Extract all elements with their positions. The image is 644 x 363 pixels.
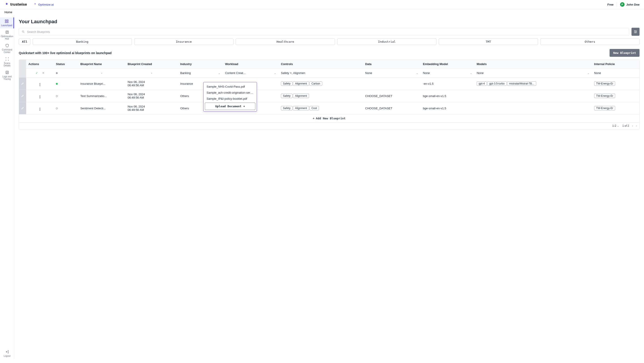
quickstart-title: Quickstart with 100+ live optimized ai b… bbox=[19, 51, 112, 55]
svg-point-8 bbox=[636, 31, 636, 32]
dropdown-item[interactable]: Sample_IP&I-policy-booklet.pdf bbox=[205, 96, 255, 102]
embedding-cell[interactable]: None⌄ bbox=[420, 69, 474, 77]
industry-cell[interactable]: Banking⌄ bbox=[178, 69, 223, 77]
workload-cell[interactable]: Content Creat...⌄ bbox=[223, 69, 278, 77]
sidebar-item-command-center[interactable]: Command Center bbox=[0, 42, 14, 55]
tab-industrial[interactable]: Industrial bbox=[337, 38, 436, 45]
col-policies: Internal Policie bbox=[592, 60, 639, 69]
controls-cell: SafetyAlignmentCarbon bbox=[278, 77, 363, 90]
row-handle[interactable] bbox=[19, 102, 26, 114]
upload-document-button[interactable]: Upload Document + bbox=[205, 103, 255, 110]
confirm-icon[interactable]: ✓ bbox=[36, 71, 38, 75]
tab-insurance[interactable]: Insurance bbox=[134, 38, 234, 45]
page-title: Your Launchpad bbox=[19, 19, 640, 24]
svg-point-6 bbox=[22, 31, 24, 32]
tab-tmt[interactable]: TMT bbox=[439, 38, 538, 45]
actions-cell[interactable] bbox=[26, 102, 54, 114]
page-next-button[interactable]: › bbox=[636, 124, 637, 127]
plan-badge: Free bbox=[607, 3, 613, 6]
row-handle[interactable] bbox=[19, 90, 26, 102]
sidebar-item-label: Optimization Hub bbox=[1, 35, 14, 40]
policies-cell[interactable]: None bbox=[592, 69, 639, 77]
svg-rect-2 bbox=[5, 22, 6, 23]
data-cell[interactable]: None⌄ bbox=[363, 69, 420, 77]
status-cell bbox=[54, 102, 78, 114]
table-row: Insurance Bluepri... Nov 06, 202406:49:5… bbox=[19, 77, 639, 90]
col-industry: Industry bbox=[178, 60, 223, 69]
embedding-cell: bge-small-en-v1.5 bbox=[420, 90, 474, 102]
name-cell: - bbox=[78, 69, 126, 77]
scan-icon bbox=[5, 57, 9, 61]
optimize-label: Optimize:ai bbox=[38, 3, 54, 6]
sliders-icon bbox=[634, 30, 638, 34]
main-content: Your Launchpad All Banking Insurance Hea… bbox=[14, 15, 644, 359]
col-status: Status bbox=[54, 60, 78, 69]
table-scroll[interactable]: Actions Status Blueprint Name Blueprint … bbox=[19, 60, 639, 122]
embedding-cell: -en-v1.5 bbox=[420, 77, 474, 90]
page-range[interactable]: 1-2 ⌄ bbox=[612, 124, 619, 127]
status-ring bbox=[56, 107, 58, 109]
sidebar-item-launchpad[interactable]: Launchpad bbox=[0, 17, 14, 28]
shield-icon bbox=[5, 43, 9, 48]
tab-banking[interactable]: Banking bbox=[33, 38, 132, 45]
tab-all[interactable]: All bbox=[19, 38, 30, 45]
models-cell bbox=[474, 90, 592, 102]
table-row: Text Summarizatio... Nov 06, 202406:49:5… bbox=[19, 90, 639, 102]
col-workload: Workload bbox=[223, 60, 278, 69]
actions-cell: ✓ ✕ bbox=[26, 69, 54, 77]
policies-cell: TW-Energy-Er bbox=[592, 102, 639, 114]
created-cell: Nov 06, 202406:49:56 AM bbox=[126, 102, 178, 114]
svg-rect-3 bbox=[7, 22, 8, 23]
sidebar-item-logs-tracing[interactable]: Logs and Tracing bbox=[0, 69, 14, 82]
blueprints-table: Actions Status Blueprint Name Blueprint … bbox=[19, 60, 639, 122]
models-cell[interactable]: None⌄ bbox=[474, 69, 592, 77]
search-box[interactable] bbox=[19, 28, 629, 35]
tab-others[interactable]: Others bbox=[540, 38, 640, 45]
pencil-icon bbox=[21, 94, 24, 97]
brand-logo[interactable]: trustwise bbox=[4, 2, 27, 7]
row-handle bbox=[19, 69, 26, 77]
add-blueprint-row[interactable]: +Add New Blueprint bbox=[19, 114, 639, 122]
chevron-down-icon: ⌄ bbox=[587, 71, 590, 75]
dropdown-item[interactable]: Sample_ach-credit-origination-services.p… bbox=[205, 90, 255, 96]
more-icon bbox=[40, 95, 40, 98]
dropdown-item[interactable]: Sample_NHS-Covid-Pass.pdf bbox=[205, 84, 255, 90]
topbar: trustwise Optimize:ai Free P John Doe bbox=[0, 0, 644, 9]
status-ring bbox=[56, 95, 58, 97]
controls-cell[interactable]: Safety ×, Alignmen bbox=[278, 69, 363, 77]
models-cell bbox=[474, 102, 592, 114]
user-menu[interactable]: P John Doe bbox=[620, 2, 640, 7]
tab-healthcare[interactable]: Healthcare bbox=[236, 38, 335, 45]
name-cell: Text Summarizatio... bbox=[78, 90, 126, 102]
cancel-icon[interactable]: ✕ bbox=[42, 71, 44, 75]
col-created: Blueprint Created bbox=[126, 60, 178, 69]
data-cell bbox=[363, 77, 420, 90]
search-input[interactable] bbox=[27, 30, 626, 33]
logs-icon bbox=[5, 70, 9, 74]
col-actions: Actions bbox=[26, 60, 54, 69]
brand-name: trustwise bbox=[10, 2, 27, 7]
sidebar-item-optimization-hub[interactable]: Optimization Hub bbox=[0, 28, 14, 42]
new-blueprint-button[interactable]: New Blueprint bbox=[610, 49, 640, 57]
category-tabs: All Banking Insurance Healthcare Industr… bbox=[19, 38, 640, 45]
topbar-left: trustwise Optimize:ai bbox=[4, 2, 54, 7]
actions-cell[interactable] bbox=[26, 77, 54, 90]
breadcrumb-home[interactable]: Home bbox=[4, 10, 12, 14]
chevron-down-icon: ⌄ bbox=[416, 71, 418, 75]
trustwise-logo-icon bbox=[4, 2, 9, 7]
sidebar-item-label: Launchpad bbox=[1, 24, 12, 26]
svg-point-9 bbox=[635, 32, 636, 33]
actions-cell[interactable] bbox=[26, 90, 54, 102]
sidebar-item-logout[interactable]: Logout bbox=[0, 348, 14, 359]
optimize-ai-link[interactable]: Optimize:ai bbox=[33, 3, 54, 6]
embedding-cell: bge-small-en-v1.5 bbox=[420, 102, 474, 114]
row-handle[interactable] bbox=[19, 77, 26, 90]
page-prev-button[interactable]: ‹ bbox=[632, 124, 633, 127]
chevron-down-icon: ⌄ bbox=[218, 71, 220, 75]
avatar: P bbox=[620, 2, 624, 7]
filter-button[interactable] bbox=[632, 28, 640, 36]
chevron-down-icon: ⌄ bbox=[470, 71, 472, 75]
sidebar-item-scans-details[interactable]: Scans Details bbox=[0, 55, 14, 69]
col-name: Blueprint Name bbox=[78, 60, 126, 69]
status-cell bbox=[54, 90, 78, 102]
